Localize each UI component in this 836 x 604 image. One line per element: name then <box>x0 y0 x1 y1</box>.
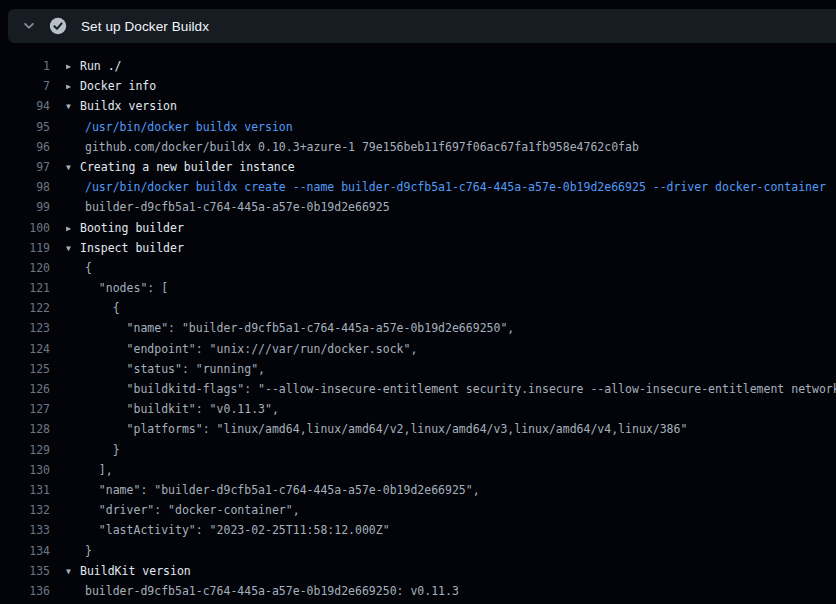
log-line: 133 "lastActivity": "2023-02-25T11:58:12… <box>0 520 836 540</box>
check-circle-icon <box>49 17 67 35</box>
log-output-text: ], <box>66 460 836 480</box>
log-output-text: "status": "running", <box>66 359 836 379</box>
line-number-link[interactable]: 130 <box>0 460 50 480</box>
triangle-down-icon: ▼ <box>66 97 80 116</box>
log-line: 123 "name": "builder-d9cfb5a1-c764-445a-… <box>0 318 836 338</box>
triangle-down-icon: ▼ <box>66 158 80 177</box>
log-lines: 1 ▶Run ./ 7 ▶Docker info 94 ▼Buildx vers… <box>0 56 836 601</box>
line-number-link[interactable]: 135 <box>0 561 50 581</box>
log-group-title: Inspect builder <box>80 241 184 255</box>
line-number-link[interactable]: 123 <box>0 318 50 338</box>
log-line: 130 ], <box>0 460 836 480</box>
log-output-text: "platforms": "linux/amd64,linux/amd64/v2… <box>66 419 836 439</box>
line-number-link[interactable]: 124 <box>0 339 50 359</box>
line-number-link[interactable]: 7 <box>0 76 50 96</box>
log-output-text: { <box>66 258 836 278</box>
log-line: 96 github.com/docker/buildx 0.10.3+azure… <box>0 137 836 157</box>
line-number-link[interactable]: 96 <box>0 137 50 157</box>
log-group-toggle[interactable]: ▼BuildKit version <box>66 561 836 581</box>
log-line: 95 /usr/bin/docker buildx version <box>0 117 836 137</box>
log-output-text: github.com/docker/buildx 0.10.3+azure-1 … <box>66 137 836 157</box>
log-line: 122 { <box>0 298 836 318</box>
log-output-text: "driver": "docker-container", <box>66 500 836 520</box>
line-number-link[interactable]: 122 <box>0 298 50 318</box>
log-output-text: builder-d9cfb5a1-c764-445a-a57e-0b19d2e6… <box>66 581 836 601</box>
triangle-right-icon: ▶ <box>66 77 80 96</box>
line-number-link[interactable]: 98 <box>0 177 50 197</box>
line-number-link[interactable]: 99 <box>0 197 50 217</box>
log-line: 128 "platforms": "linux/amd64,linux/amd6… <box>0 419 836 439</box>
log-group-toggle[interactable]: ▶Docker info <box>66 76 836 96</box>
line-number-link[interactable]: 127 <box>0 399 50 419</box>
log-line: 100 ▶Booting builder <box>0 218 836 238</box>
log-command-text: /usr/bin/docker buildx create --name bui… <box>66 177 836 197</box>
log-line: 119 ▼Inspect builder <box>0 238 836 258</box>
log-line: 99 builder-d9cfb5a1-c764-445a-a57e-0b19d… <box>0 197 836 217</box>
log-group-title: Creating a new builder instance <box>80 160 295 174</box>
log-line: 7 ▶Docker info <box>0 76 836 96</box>
line-number-link[interactable]: 119 <box>0 238 50 258</box>
log-group-title: Booting builder <box>80 221 184 235</box>
line-number-link[interactable]: 134 <box>0 541 50 561</box>
log-group-title: Buildx version <box>80 99 177 113</box>
log-line: 134 } <box>0 541 836 561</box>
log-line: 97 ▼Creating a new builder instance <box>0 157 836 177</box>
log-output-text: "endpoint": "unix:///var/run/docker.sock… <box>66 339 836 359</box>
line-number-link[interactable]: 94 <box>0 96 50 116</box>
triangle-down-icon: ▼ <box>66 239 80 258</box>
line-number-link[interactable]: 97 <box>0 157 50 177</box>
log-group-title: BuildKit version <box>80 564 191 578</box>
line-number-link[interactable]: 121 <box>0 278 50 298</box>
log-group-title: Docker info <box>80 79 156 93</box>
log-line: 124 "endpoint": "unix:///var/run/docker.… <box>0 339 836 359</box>
line-number-link[interactable]: 129 <box>0 440 50 460</box>
line-number-link[interactable]: 133 <box>0 520 50 540</box>
line-number-link[interactable]: 136 <box>0 581 50 601</box>
line-number-link[interactable]: 120 <box>0 258 50 278</box>
log-output-text: "nodes": [ <box>66 278 836 298</box>
log-output-text: } <box>66 440 836 460</box>
line-number-link[interactable]: 125 <box>0 359 50 379</box>
log-line: 132 "driver": "docker-container", <box>0 500 836 520</box>
log-output-text: { <box>66 298 836 318</box>
log-line: 120 { <box>0 258 836 278</box>
line-number-link[interactable]: 128 <box>0 419 50 439</box>
log-line: 136 builder-d9cfb5a1-c764-445a-a57e-0b19… <box>0 581 836 601</box>
triangle-right-icon: ▶ <box>66 57 80 76</box>
log-output-text: "buildkitd-flags": "--allow-insecure-ent… <box>66 379 836 399</box>
line-number-link[interactable]: 126 <box>0 379 50 399</box>
log-group-toggle[interactable]: ▼Creating a new builder instance <box>66 157 836 177</box>
step-title: Set up Docker Buildx <box>81 19 209 34</box>
log-line: 131 "name": "builder-d9cfb5a1-c764-445a-… <box>0 480 836 500</box>
log-line: 121 "nodes": [ <box>0 278 836 298</box>
log-line: 129 } <box>0 440 836 460</box>
log-output-text: "name": "builder-d9cfb5a1-c764-445a-a57e… <box>66 480 836 500</box>
log-line: 1 ▶Run ./ <box>0 56 836 76</box>
line-number-link[interactable]: 95 <box>0 117 50 137</box>
log-command-text: /usr/bin/docker buildx version <box>66 117 836 137</box>
log-output-text: "lastActivity": "2023-02-25T11:58:12.000… <box>66 520 836 540</box>
log-output-text: builder-d9cfb5a1-c764-445a-a57e-0b19d2e6… <box>66 197 836 217</box>
log-output-text: "buildkit": "v0.11.3", <box>66 399 836 419</box>
line-number-link[interactable]: 132 <box>0 500 50 520</box>
line-number-link[interactable]: 100 <box>0 218 50 238</box>
step-header[interactable]: Set up Docker Buildx <box>8 9 836 43</box>
line-number-link[interactable]: 1 <box>0 56 50 76</box>
chevron-down-icon <box>21 18 37 34</box>
log-output-text: } <box>66 541 836 561</box>
log-group-toggle[interactable]: ▼Buildx version <box>66 96 836 116</box>
log-group-toggle[interactable]: ▶Run ./ <box>66 56 836 76</box>
triangle-right-icon: ▶ <box>66 219 80 238</box>
actions-log-viewer: Set up Docker Buildx 1 ▶Run ./ 7 ▶Docker… <box>0 0 836 604</box>
log-output-text: "name": "builder-d9cfb5a1-c764-445a-a57e… <box>66 318 836 338</box>
log-group-toggle[interactable]: ▼Inspect builder <box>66 238 836 258</box>
log-line: 135 ▼BuildKit version <box>0 561 836 581</box>
log-line: 94 ▼Buildx version <box>0 96 836 116</box>
log-line: 98 /usr/bin/docker buildx create --name … <box>0 177 836 197</box>
line-number-link[interactable]: 131 <box>0 480 50 500</box>
log-group-title: Run ./ <box>80 59 122 73</box>
triangle-down-icon: ▼ <box>66 562 80 581</box>
log-group-toggle[interactable]: ▶Booting builder <box>66 218 836 238</box>
log-line: 126 "buildkitd-flags": "--allow-insecure… <box>0 379 836 399</box>
log-line: 127 "buildkit": "v0.11.3", <box>0 399 836 419</box>
